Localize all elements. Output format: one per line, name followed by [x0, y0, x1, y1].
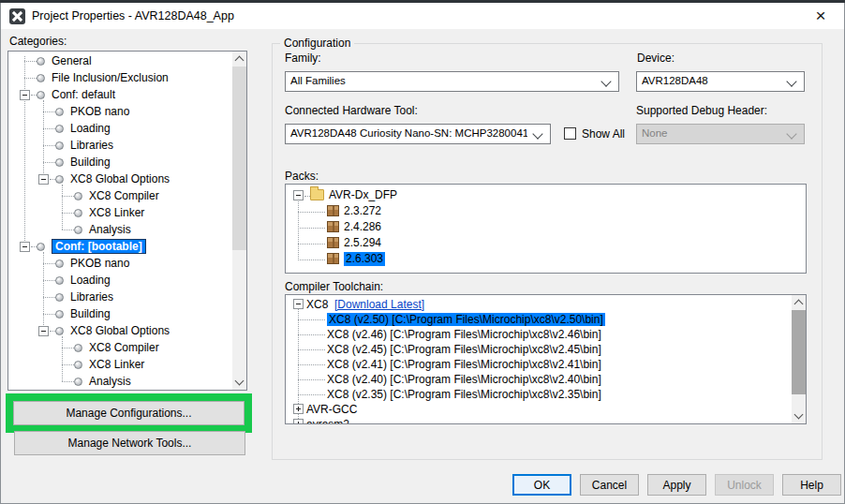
tree-connector-line — [62, 230, 74, 231]
help-button[interactable]: Help — [782, 474, 841, 496]
category-item[interactable]: XC8 Linker — [8, 204, 232, 221]
category-item[interactable]: XC8 Global Options — [8, 170, 232, 187]
manage-network-tools-button[interactable]: Manage Network Tools... — [14, 431, 245, 455]
download-latest-link[interactable]: [Download Latest] — [334, 298, 424, 311]
category-item[interactable]: XC8 Compiler — [8, 339, 232, 356]
pack-version-label: 2.4.286 — [344, 220, 381, 234]
expand-icon[interactable] — [293, 419, 304, 424]
tree-connector-line — [43, 280, 55, 282]
expand-icon[interactable] — [293, 404, 304, 414]
category-item[interactable]: Analysis — [8, 221, 232, 238]
category-item-label: XC8 Global Options — [70, 171, 170, 186]
device-value: AVR128DA48 — [642, 75, 781, 86]
tree-connector-line — [43, 145, 55, 147]
pack-version-label: 2.6.303 — [344, 252, 385, 266]
manage-configurations-button[interactable]: Manage Configurations... — [13, 401, 245, 425]
collapse-icon[interactable] — [38, 326, 49, 336]
tree-connector-line — [43, 128, 55, 130]
supported-debug-header-select: None — [636, 124, 805, 144]
toolchain-scrollbar[interactable] — [792, 295, 806, 423]
category-item[interactable]: Libraries — [8, 289, 232, 305]
category-item-label: XC8 Linker — [89, 357, 144, 372]
category-item[interactable]: XC8 Linker — [8, 356, 232, 373]
collapse-icon[interactable] — [20, 90, 30, 100]
toolchain-group-label: XC8 — [306, 298, 328, 311]
category-item[interactable]: Loading — [8, 120, 232, 137]
toolchain-version-item[interactable]: XC8 (v2.50) [C:\Program Files\Microchip\… — [286, 312, 792, 327]
scroll-up-icon[interactable] — [792, 295, 806, 310]
category-item-label: XC8 Global Options — [70, 323, 170, 338]
scrollbar-thumb[interactable] — [792, 310, 806, 394]
category-item[interactable]: PKOB nano — [8, 255, 232, 272]
toolchain-version-item[interactable]: XC8 (v2.35) [C:\Program Files\Microchip\… — [286, 387, 792, 402]
toolchain-version-item[interactable]: XC8 (v2.40) [C:\Program Files\Microchip\… — [286, 372, 792, 387]
tree-connector-line — [62, 348, 74, 349]
tree-connector-line — [298, 212, 325, 214]
pack-version-item[interactable]: 2.6.303 — [286, 251, 806, 267]
category-item-label: XC8 Compiler — [89, 188, 159, 203]
category-item[interactable]: Loading — [8, 272, 232, 289]
collapse-icon[interactable] — [38, 174, 49, 185]
window-title: Project Properties - AVR128DA48_App — [32, 9, 234, 22]
category-item-label: Analysis — [89, 374, 131, 389]
category-item[interactable]: General — [8, 52, 232, 69]
cancel-button[interactable]: Cancel — [580, 474, 639, 496]
category-node-icon — [55, 125, 64, 133]
category-item-label: XC8 Linker — [89, 205, 144, 220]
family-select[interactable]: All Families — [285, 71, 619, 92]
category-item[interactable]: XC8 Compiler — [8, 187, 232, 204]
close-icon[interactable]: × — [807, 4, 835, 28]
toolchain-group-label: avrasm2 — [306, 418, 349, 424]
configuration-legend: Configuration — [280, 37, 354, 50]
tree-connector-line — [298, 319, 325, 321]
apply-button[interactable]: Apply — [647, 474, 706, 496]
chevron-down-icon — [786, 76, 796, 86]
collapse-icon[interactable] — [293, 299, 304, 309]
collapse-icon[interactable] — [293, 190, 304, 200]
show-all-checkbox[interactable] — [564, 127, 576, 140]
tree-connector-line — [43, 314, 55, 316]
toolchain-group-item[interactable]: avrasm2 — [286, 417, 792, 424]
device-select[interactable]: AVR128DA48 — [636, 71, 805, 92]
categories-tree[interactable]: GeneralFile Inclusion/ExclusionConf: def… — [7, 51, 247, 391]
toolchain-version-label: XC8 (v2.50) [C:\Program Files\Microchip\… — [327, 313, 605, 326]
category-item[interactable]: Analysis — [8, 373, 232, 390]
dialog-button-row: OKCancelApplyUnlockHelp — [512, 474, 841, 496]
packs-root-item[interactable]: AVR-Dx_DFP — [286, 187, 806, 203]
toolchain-group-item[interactable]: XC8[Download Latest] — [286, 297, 792, 312]
category-item[interactable]: PKOB nano — [8, 103, 232, 120]
connected-hardware-tool-select[interactable]: AVR128DA48 Curiosity Nano-SN: MCHP328004… — [285, 124, 551, 144]
packs-tree[interactable]: AVR-Dx_DFP2.3.2722.4.2862.5.2942.6.303 — [285, 184, 807, 274]
category-item[interactable]: Libraries — [8, 137, 232, 154]
category-node-icon — [37, 91, 45, 99]
category-item[interactable]: XC8 Global Options — [8, 322, 232, 339]
toolchain-group-item[interactable]: AVR-GCC — [286, 402, 792, 417]
category-node-icon — [74, 361, 82, 369]
toolchain-version-item[interactable]: XC8 (v2.45) [C:\Program Files\Microchip\… — [286, 342, 792, 357]
category-item[interactable]: Conf: [bootable] — [8, 238, 232, 255]
category-node-icon — [74, 344, 82, 352]
collapse-icon[interactable] — [20, 242, 30, 252]
pack-version-item[interactable]: 2.4.286 — [286, 219, 806, 235]
category-item[interactable]: Building — [8, 305, 232, 322]
title-bar[interactable]: Project Properties - AVR128DA48_App × — [1, 3, 844, 29]
scroll-down-icon[interactable] — [792, 408, 806, 423]
category-item[interactable]: Conf: default — [8, 86, 232, 103]
pack-version-item[interactable]: 2.3.272 — [286, 203, 806, 219]
pack-version-item[interactable]: 2.5.294 — [286, 235, 806, 251]
scrollbar-thumb[interactable] — [232, 67, 246, 250]
toolchain-version-label: XC8 (v2.35) [C:\Program Files\Microchip\… — [327, 388, 601, 401]
package-icon — [327, 205, 339, 216]
toolchain-version-item[interactable]: XC8 (v2.41) [C:\Program Files\Microchip\… — [286, 357, 792, 372]
categories-scrollbar[interactable] — [232, 52, 246, 390]
toolchain-version-item[interactable]: XC8 (v2.46) [C:\Program Files\Microchip\… — [286, 327, 792, 342]
compiler-toolchain-tree[interactable]: XC8[Download Latest]XC8 (v2.50) [C:\Prog… — [285, 294, 807, 424]
category-item[interactable]: Building — [8, 154, 232, 170]
category-item-label: Analysis — [89, 222, 131, 237]
scroll-down-icon[interactable] — [232, 375, 246, 390]
tree-connector-line — [43, 297, 55, 299]
category-item[interactable]: File Inclusion/Exclusion — [8, 69, 232, 86]
scroll-up-icon[interactable] — [232, 52, 246, 67]
category-node-icon — [55, 276, 64, 285]
ok-button[interactable]: OK — [512, 474, 571, 496]
